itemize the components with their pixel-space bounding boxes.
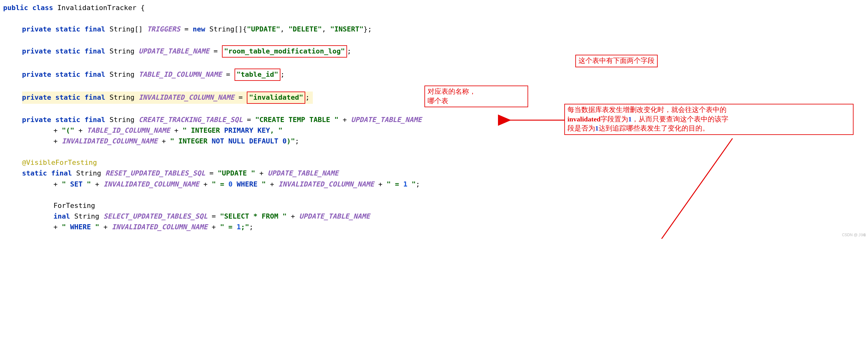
callout-invalidated-explanation: 每当数据库表发生增删改变化时，就会往这个表中的 invalidated字段置为1… — [564, 104, 854, 135]
boxed-invalidated: "invalidated" — [249, 93, 303, 101]
code-line-11: + " SET " + INVALIDATED_COLUMN_NAME + " … — [3, 179, 865, 189]
class-name: InvalidationTracker — [57, 4, 136, 12]
code-line-12: ForTesting — [3, 200, 865, 211]
code-line-14: + " WHERE " + INVALIDATED_COLUMN_NAME + … — [3, 222, 865, 232]
code-line-8: + INVALIDATED_COLUMN_NAME + " INTEGER NO… — [3, 136, 865, 147]
callout-table-two-fields: 这个表中有下面两个字段 — [575, 55, 658, 67]
keyword-class: class — [32, 4, 53, 12]
boxed-table-id: "table_id" — [237, 70, 278, 78]
code-line-13: inal String SELECT_UPDATED_TABLES_SQL = … — [3, 211, 865, 222]
boxed-update-table-name: "room_table_modification_log" — [224, 47, 345, 55]
code-line-1: public class InvalidationTracker { — [3, 2, 865, 13]
code-line-10: static final String RESET_UPDATED_TABLES… — [3, 168, 865, 179]
callout-table-name: 对应表的名称， 哪个表 — [425, 86, 528, 107]
keyword-public: public — [3, 4, 28, 12]
code-line-3: private static final String UPDATE_TABLE… — [3, 45, 865, 58]
watermark: CSDN @·川峰 — [842, 232, 866, 238]
annotation: @VisibleForTesting — [22, 158, 97, 166]
code-line-4: private static final String TABLE_ID_COL… — [3, 68, 865, 81]
code-line-2: private static final String[] TRIGGERS =… — [3, 24, 865, 35]
code-line-9: @VisibleForTesting — [3, 157, 865, 168]
